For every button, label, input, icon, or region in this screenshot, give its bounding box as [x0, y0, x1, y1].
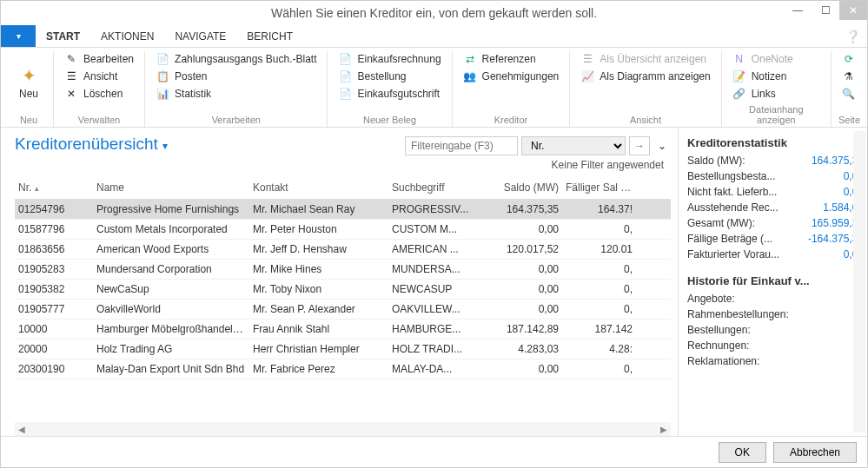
cell-name: Hamburger Möbelgroßhandel G... [93, 320, 249, 339]
col-kontakt[interactable]: Kontakt [249, 176, 388, 199]
footer: OK Abbrechen [1, 436, 867, 467]
scroll-right-icon[interactable]: ▶ [657, 425, 671, 434]
col-name[interactable]: Name [93, 176, 249, 199]
tab-start[interactable]: START [36, 25, 90, 47]
links-icon: 🔗 [732, 87, 746, 101]
col-saldo[interactable]: Saldo (MW) [484, 176, 562, 199]
cell-faellig: 4.28: [562, 339, 636, 359]
filter-go-button[interactable]: → [629, 136, 650, 155]
stats-title[interactable]: Kreditorenstatistik▴ [687, 133, 864, 153]
als-uebersicht-button[interactable]: ☰Als Übersicht anzeigen [577, 51, 713, 67]
cell-name: OakvilleWorld [93, 300, 249, 319]
stats-icon: 📊 [156, 87, 169, 101]
stat-ausstehend: Ausstehende Rec...1.584,01 [687, 200, 864, 215]
vertical-scrollbar[interactable] [853, 131, 865, 432]
einkaufsgutschrift-button[interactable]: 📄Einkaufsgutschrift [335, 86, 444, 102]
cell-kontakt: Frau Annik Stahl [249, 320, 388, 339]
zahlungsausgang-button[interactable]: 📄Zahlungsausgangs Buch.-Blatt [152, 51, 320, 67]
tab-aktionen[interactable]: AKTIONEN [90, 25, 164, 47]
cell-nr: 01905382 [15, 280, 93, 299]
table-row[interactable]: 01587796Custom Metals IncorporatedMr. Pe… [15, 220, 671, 240]
cell-such: HOLZ TRADI... [388, 339, 484, 359]
cell-saldo: 0,00 [484, 359, 562, 379]
col-nr[interactable]: Nr.▲ [15, 176, 93, 199]
tab-bericht[interactable]: BERICHT [236, 25, 303, 47]
group-dateianhang-label: Dateianhang anzeigen [729, 102, 824, 127]
notizen-button[interactable]: 📝Notizen [729, 69, 797, 84]
filter-input[interactable] [405, 136, 518, 155]
als-diagramm-button[interactable]: 📈Als Diagramm anzeigen [577, 69, 713, 84]
refresh-button[interactable]: ⟳ [838, 51, 859, 67]
cell-such: NEWCASUP [388, 280, 484, 299]
col-faellig[interactable]: Fälliger Sal (M [562, 176, 636, 199]
ok-button[interactable]: OK [719, 442, 766, 463]
new-icon: ✦ [22, 65, 36, 86]
table-row[interactable]: 01905382NewCaSupMr. Toby NixonNEWCASUP0,… [15, 280, 671, 300]
links-button[interactable]: 🔗Links [729, 86, 797, 102]
ansicht-button[interactable]: ☰Ansicht [61, 69, 137, 84]
loeschen-button[interactable]: ✕Löschen [61, 86, 137, 102]
filter-expand-button[interactable]: ⌄ [653, 140, 671, 152]
history-title[interactable]: Historie für Einkauf v...▴ [687, 271, 864, 291]
cell-nr: 01905283 [15, 260, 93, 279]
find-button[interactable]: 🔍 [838, 86, 859, 102]
group-kreditor-label: Kreditor [460, 113, 563, 127]
statistik-button[interactable]: 📊Statistik [152, 86, 320, 102]
filter-button[interactable]: ⚗ [838, 69, 859, 84]
cell-nr: 01905777 [15, 300, 93, 319]
cell-name: NewCaSup [93, 280, 249, 299]
hist-reklamationen: Reklamationen: [687, 353, 864, 369]
cell-faellig: 0, [562, 280, 636, 299]
scroll-left-icon[interactable]: ◀ [15, 425, 29, 434]
cell-nr: 10000 [15, 320, 93, 339]
invoice-icon: 📄 [338, 52, 352, 66]
table-row[interactable]: 10000Hamburger Möbelgroßhandel G...Frau … [15, 320, 671, 339]
journal-icon: 📄 [156, 52, 169, 66]
table-row[interactable]: 01863656American Wood ExportsMr. Jeff D.… [15, 240, 671, 260]
cell-faellig: 164.37! [562, 200, 636, 219]
notes-icon: 📝 [732, 69, 746, 83]
minimize-button[interactable]: — [784, 1, 812, 20]
help-icon[interactable]: ❔ [845, 25, 860, 47]
titlebar: Wählen Sie einen Kreditor ein, von dem g… [1, 1, 867, 25]
cell-saldo: 0,00 [484, 220, 562, 239]
table-row[interactable]: 01254796Progressive Home FurnishingsMr. … [15, 200, 671, 220]
maximize-button[interactable]: ☐ [812, 1, 839, 20]
cell-kontakt: Mr. Toby Nixon [249, 280, 388, 299]
cell-such: PROGRESSIV... [388, 200, 484, 219]
einkaufsrechnung-button[interactable]: 📄Einkaufsrechnung [335, 51, 444, 67]
bearbeiten-button[interactable]: ✎Bearbeiten [61, 51, 137, 67]
cell-kontakt: Mr. Sean P. Alexander [249, 300, 388, 319]
file-dropdown[interactable]: ▾ [1, 25, 36, 47]
delete-icon: ✕ [64, 87, 78, 101]
horizontal-scrollbar[interactable]: ◀ ▶ [15, 422, 671, 436]
cell-saldo: 0,00 [484, 300, 562, 319]
cell-such: CUSTOM M... [388, 220, 484, 239]
neu-button[interactable]: ✦ Neu [11, 51, 46, 113]
cell-kontakt: Mr. Peter Houston [249, 220, 388, 239]
cell-faellig: 187.142 [562, 320, 636, 339]
group-verwalten-label: Verwalten [61, 113, 137, 127]
cell-kontakt: Mr. Mike Hines [249, 260, 388, 279]
table-row[interactable]: 01905777OakvilleWorldMr. Sean P. Alexand… [15, 300, 671, 320]
genehmigungen-button[interactable]: 👥Genehmigungen [460, 69, 563, 84]
col-suchbegriff[interactable]: Suchbegriff [388, 176, 484, 199]
table-row[interactable]: 20300190Malay-Dan Export Unit Sdn BhdMr.… [15, 359, 671, 379]
bestellung-button[interactable]: 📄Bestellung [335, 69, 444, 84]
cell-nr: 01587796 [15, 220, 93, 239]
filter-field-select[interactable]: Nr. [521, 136, 626, 155]
filter-bar: Nr. → ⌄ [405, 136, 671, 155]
close-button[interactable]: ✕ [839, 1, 867, 20]
stat-faellig: Fällige Beträge (...-164.375,35 [687, 231, 864, 247]
posten-button[interactable]: 📋Posten [152, 69, 320, 84]
view-icon: ☰ [64, 69, 78, 83]
cell-such: AMERICAN ... [388, 240, 484, 259]
table-row[interactable]: 20000Holz Trading AGHerr Christian Hempl… [15, 339, 671, 359]
cancel-button[interactable]: Abbrechen [773, 442, 857, 463]
tab-navigate[interactable]: NAVIGATE [164, 25, 236, 47]
references-icon: ⇄ [463, 52, 477, 66]
onenote-button[interactable]: NOneNote [729, 51, 797, 67]
table-row[interactable]: 01905283Mundersand CorporationMr. Mike H… [15, 260, 671, 280]
group-neuer-beleg-label: Neuer Beleg [335, 113, 444, 127]
referenzen-button[interactable]: ⇄Referenzen [460, 51, 563, 67]
